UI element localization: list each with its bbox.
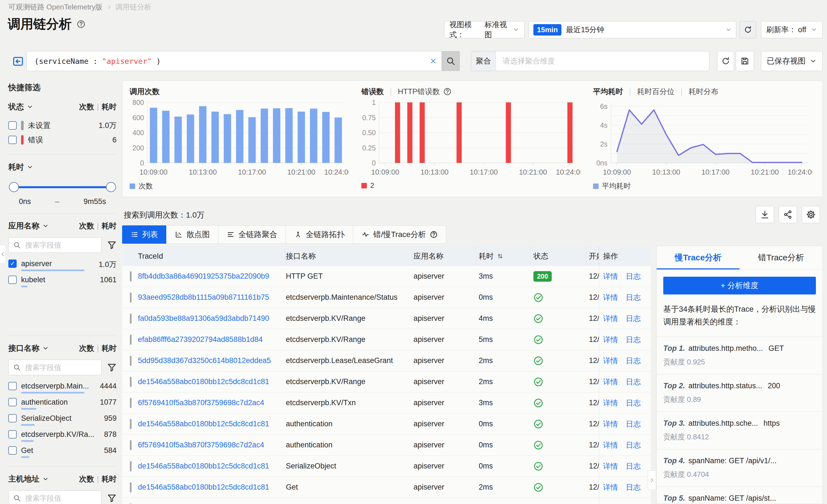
tab-4[interactable]: 错/慢Trace分析	[353, 225, 446, 244]
log-link[interactable]: 日志	[626, 419, 641, 429]
checkbox[interactable]	[8, 414, 17, 422]
detail-link[interactable]: 详情	[603, 271, 618, 282]
chart-title-main[interactable]: 调用次数	[130, 87, 159, 97]
app-section-label[interactable]: 应用名称	[8, 221, 39, 231]
detail-link[interactable]: 详情	[603, 461, 618, 471]
endpoint-item[interactable]: SerializeObject 959	[8, 414, 116, 427]
log-link[interactable]: 日志	[626, 398, 641, 408]
query-text[interactable]: (serviceName : "apiserver" )	[27, 57, 425, 65]
log-link[interactable]: 日志	[626, 335, 641, 345]
analysis-item[interactable]: Top 5. spanName: GET /apis/st... 贡献度 0.3…	[656, 487, 823, 504]
log-link[interactable]: 日志	[626, 314, 641, 323]
chart-title-main[interactable]: 平均耗时	[593, 87, 623, 97]
detail-link[interactable]: 详情	[603, 440, 618, 450]
log-link[interactable]: 日志	[626, 293, 641, 303]
chevron-down-icon[interactable]	[42, 476, 49, 482]
endpoint-item[interactable]: Get 584	[8, 446, 116, 459]
analysis-item[interactable]: Top 2. attributes.http.status... 200 贡献度…	[656, 374, 823, 412]
chevron-down-icon[interactable]	[42, 222, 49, 229]
duration-range-slider[interactable]	[9, 182, 116, 192]
detail-link[interactable]: 详情	[603, 482, 618, 492]
trace-id-link[interactable]: 93aeed9528db8b1115a09b8711161b75	[138, 293, 269, 302]
checkbox[interactable]	[8, 446, 17, 455]
clear-query-button[interactable]	[425, 51, 442, 71]
endpoint-item[interactable]: authentication 1077	[8, 398, 116, 411]
app-label[interactable]: apiserver	[21, 259, 94, 268]
title-help-icon[interactable]	[77, 20, 86, 29]
detail-link[interactable]: 详情	[603, 356, 618, 366]
chart-title-main[interactable]: 错误数	[361, 87, 384, 97]
log-link[interactable]: 日志	[626, 356, 641, 366]
chart-legend[interactable]: 次数	[130, 181, 352, 191]
chart-subtitle[interactable]: 耗时分布	[688, 87, 719, 97]
chevron-down-icon[interactable]	[42, 345, 49, 352]
refresh-button[interactable]	[740, 21, 756, 38]
endpoint-label[interactable]: authentication	[21, 398, 95, 407]
duration-section-label[interactable]: 耗时	[8, 162, 24, 172]
trace-id-link[interactable]: de1546a558abc0180bb12c5dc8cd1c81	[138, 483, 269, 492]
checkbox[interactable]	[8, 398, 17, 406]
analysis-tab-1[interactable]: 错Trace分析	[740, 246, 823, 269]
detail-link[interactable]: 详情	[603, 314, 618, 323]
log-link[interactable]: 日志	[626, 440, 641, 450]
trace-id-link[interactable]: de1546a558abc0180bb12c5dc8cd1c81	[138, 420, 269, 428]
time-range-select[interactable]: 15min 最近15分钟	[529, 21, 736, 38]
metric-duration[interactable]: 耗时	[102, 474, 116, 484]
checkbox[interactable]	[8, 430, 17, 439]
trace-id-link[interactable]: 6f5769410f5a3b870f3759698c7d2ac4	[138, 399, 264, 407]
endpoint-item[interactable]: etcdserverpb.KV/Ra... 878	[8, 430, 116, 443]
chevron-down-icon[interactable]	[27, 104, 33, 110]
breadcrumb-root[interactable]: 可观测链路 OpenTelemetry版	[8, 2, 103, 12]
log-link[interactable]: 日志	[626, 461, 641, 471]
panel-expand-handle[interactable]	[648, 470, 656, 490]
analysis-item[interactable]: Top 4. spanName: GET /api/v1/... 贡献度 0.4…	[656, 449, 823, 487]
view-mode-select[interactable]: 视图模式： 标准视图	[444, 21, 525, 38]
query-input[interactable]: (serviceName : "apiserver" )	[27, 51, 460, 71]
sidebar-collapse-handle[interactable]	[0, 245, 6, 264]
search-button[interactable]	[442, 51, 459, 71]
log-link[interactable]: 日志	[626, 377, 641, 387]
app-item[interactable]: ✓ apiserver 1.0万	[8, 259, 116, 272]
aggregate-dimension-input[interactable]: 请选择聚合维度	[496, 51, 709, 71]
query-mode-toggle-icon[interactable]	[12, 55, 25, 68]
query-refresh-button[interactable]	[717, 51, 734, 71]
status-item[interactable]: 错误 6	[8, 133, 116, 147]
trace-id-link[interactable]: 6f5769410f5a3b870f3759698c7d2ac4	[138, 441, 264, 449]
chevron-down-icon[interactable]	[27, 164, 33, 170]
tab-2[interactable]: 全链路聚合	[218, 225, 286, 244]
endpoint-item[interactable]: etcdserverpb.Main... 4444	[8, 382, 116, 395]
tab-3[interactable]: 全链路拓扑	[286, 225, 353, 244]
checkbox[interactable]	[8, 275, 17, 284]
chart-subtitle[interactable]: 耗时百分位	[637, 87, 674, 97]
share-button[interactable]	[779, 206, 797, 223]
filter-funnel-icon[interactable]	[107, 363, 116, 372]
checkbox[interactable]	[8, 136, 17, 144]
checkbox[interactable]: ✓	[8, 259, 17, 268]
metric-duration[interactable]: 耗时	[102, 102, 116, 112]
metric-count[interactable]: 次数	[79, 474, 94, 484]
status-section-label[interactable]: 状态	[8, 102, 24, 112]
slider-handle-max[interactable]	[106, 182, 116, 192]
tab-1[interactable]: 散点图	[166, 225, 218, 244]
endpoint-search-input[interactable]: 搜索字段值	[8, 360, 102, 375]
metric-duration[interactable]: 耗时	[102, 343, 116, 353]
analysis-item[interactable]: Top 3. attributes.http.sche... https 贡献度…	[656, 412, 823, 449]
detail-link[interactable]: 详情	[603, 419, 618, 429]
chart-legend[interactable]: 平均耗时	[593, 181, 815, 191]
log-link[interactable]: 日志	[626, 482, 641, 492]
status-item[interactable]: 未设置 1.0万	[8, 118, 116, 133]
host-search-input[interactable]: 搜索字段值	[8, 490, 102, 504]
metric-count[interactable]: 次数	[79, 343, 94, 353]
trace-id-link[interactable]: de1546a558abc0180bb12c5dc8cd1c81	[138, 462, 269, 470]
detail-link[interactable]: 详情	[603, 377, 618, 387]
column-header-3[interactable]: 耗时	[476, 246, 531, 266]
metric-count[interactable]: 次数	[79, 221, 94, 231]
endpoint-label[interactable]: etcdserverpb.Main...	[21, 382, 95, 391]
detail-link[interactable]: 详情	[603, 335, 618, 345]
endpoint-section-label[interactable]: 接口名称	[8, 343, 39, 354]
app-item[interactable]: kubelet 1061	[8, 275, 116, 288]
app-search-input[interactable]: 搜索字段值	[8, 237, 102, 253]
trace-id-link[interactable]: de1546a558abc0180bb12c5dc8cd1c81	[138, 377, 269, 386]
download-button[interactable]	[756, 206, 774, 223]
settings-button[interactable]	[802, 206, 820, 223]
